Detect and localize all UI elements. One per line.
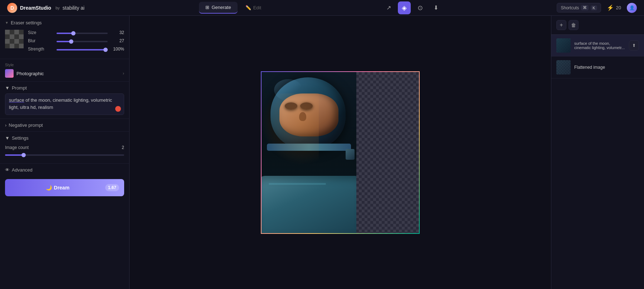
checker-cell xyxy=(14,34,19,39)
checker-cell xyxy=(10,34,14,39)
suit-collar xyxy=(262,176,356,233)
settings-header[interactable]: ▼ Settings xyxy=(5,135,124,141)
add-layer-btn[interactable]: + xyxy=(556,20,566,30)
right-panel-header: + 🗑 xyxy=(551,16,644,35)
style-section-label: Style xyxy=(5,63,124,67)
blur-label: Blur xyxy=(28,38,53,43)
sidebar-tabs-top: ⊞ Generate ✏️ Edit xyxy=(199,2,268,14)
size-slider-row: Size 32 xyxy=(28,30,124,35)
user-avatar[interactable]: 👤 xyxy=(627,3,637,13)
face-area xyxy=(279,93,338,136)
prompt-record-btn[interactable] xyxy=(115,106,121,112)
nose xyxy=(299,112,306,121)
settings-title: Settings xyxy=(12,135,29,141)
dream-button[interactable]: 🌙 Dream 1.67 xyxy=(5,179,124,196)
style-icon xyxy=(5,69,14,78)
checker-cell xyxy=(19,44,24,48)
eraser-settings-section: ▼ Eraser settings Size 32 xyxy=(0,16,129,59)
layer-thumb-img-1 xyxy=(556,38,571,53)
prompt-section: ▼ Prompt surface of the moon, cinematic … xyxy=(0,82,129,119)
style-left: Photographic xyxy=(5,69,44,78)
cursor-tool-btn[interactable]: ↗ xyxy=(382,1,395,14)
delete-layer-btn[interactable]: 🗑 xyxy=(569,20,579,30)
checker-cell xyxy=(14,39,19,44)
topbar-right: Shortcuts ⌘ K ⚡ 20 👤 xyxy=(557,3,637,13)
layer-item-2[interactable]: Flattened image xyxy=(551,57,644,78)
prompt-header[interactable]: ▼ Prompt xyxy=(5,85,124,91)
checker-cell xyxy=(5,44,10,48)
prompt-underline-word: surface xyxy=(9,97,24,103)
size-slider[interactable] xyxy=(57,33,108,34)
credits-area: ⚡ 20 xyxy=(607,4,621,11)
canvas-image[interactable] xyxy=(262,72,419,233)
app-brand: stability ai xyxy=(63,5,84,11)
layer-item-1[interactable]: surface of the moon, cinematic lighting,… xyxy=(551,35,644,57)
advanced-section[interactable]: 👁 Advanced xyxy=(0,164,129,176)
tab-generate[interactable]: ⊞ Generate xyxy=(199,2,237,14)
style-chevron-icon: › xyxy=(123,71,124,76)
size-value: 32 xyxy=(111,30,124,35)
paint-tool-btn[interactable]: ◈ xyxy=(398,1,411,14)
right-panel: + 🗑 surface of the moon, cinematic light… xyxy=(551,16,644,289)
helmet-ridge xyxy=(267,144,351,151)
checker-cell xyxy=(19,39,24,44)
style-section: Style Photographic › xyxy=(0,59,129,82)
toolbar-center: ↗ ◈ ⊙ ⬇ xyxy=(382,1,442,14)
layer-thumb-img-2 xyxy=(556,60,571,74)
size-slider-wrap xyxy=(57,30,108,35)
shortcuts-button[interactable]: Shortcuts ⌘ K xyxy=(557,3,601,13)
eraser-preview xyxy=(5,30,24,48)
style-selector[interactable]: Photographic › xyxy=(5,69,124,78)
dream-cost: 1.67 xyxy=(105,184,119,191)
main-layout: ▼ Eraser settings Size 32 xyxy=(0,16,644,289)
eraser-settings-header[interactable]: ▼ Eraser settings xyxy=(5,20,124,25)
prompt-textbox[interactable]: surface of the moon, cinematic lighting,… xyxy=(5,93,124,115)
advanced-eye-icon: 👁 xyxy=(5,167,10,173)
strength-slider[interactable] xyxy=(57,49,108,50)
kbd-key: K xyxy=(591,5,597,10)
checker-cell xyxy=(5,30,10,34)
download-tool-btn[interactable]: ⬇ xyxy=(429,1,442,14)
edit-icon: ✏️ xyxy=(245,5,251,10)
strength-slider-wrap xyxy=(57,46,108,52)
canvas-wrapper xyxy=(261,71,420,234)
layer-thumb-1 xyxy=(556,38,571,53)
topbar: D DreamStudio by stability ai ⊞ Generate… xyxy=(0,0,644,16)
tab-edit[interactable]: ✏️ Edit xyxy=(239,2,268,13)
kbd-modifier: ⌘ xyxy=(581,5,589,10)
eraser-controls: Size 32 Blur 27 Strength xyxy=(5,30,124,54)
image-count-slider[interactable] xyxy=(5,154,124,156)
credits-value: 20 xyxy=(616,5,621,10)
image-count-value: 2 xyxy=(122,145,124,150)
blur-slider[interactable] xyxy=(57,41,108,42)
prompt-rest: of the moon, cinematic lighting, volumet… xyxy=(9,97,112,110)
advanced-label: Advanced xyxy=(12,167,33,173)
negative-prompt-section[interactable]: › Negative prompt xyxy=(0,119,129,132)
dream-moon-icon: 🌙 xyxy=(46,185,52,191)
layer-name-2: Flattened image xyxy=(574,65,639,70)
side-device xyxy=(346,149,355,160)
layer-upload-btn-1[interactable]: ⬆ xyxy=(629,40,639,50)
layer-name-1: surface of the moon, cinematic lighting,… xyxy=(574,41,625,50)
eye-left xyxy=(285,102,297,110)
logo-area: D DreamStudio by stability ai xyxy=(7,3,84,13)
strength-label: Strength xyxy=(28,47,53,52)
checker-cell xyxy=(10,39,14,44)
checker-cell xyxy=(14,44,19,48)
size-label: Size xyxy=(28,30,53,35)
checker-cell xyxy=(10,44,14,48)
shortcuts-label: Shortcuts xyxy=(561,5,579,10)
checker-cell xyxy=(5,34,10,39)
settings-chevron-icon: ▼ xyxy=(5,135,10,141)
image-count-label-row: Image count 2 xyxy=(5,145,124,150)
blur-slider-row: Blur 27 xyxy=(28,38,124,43)
neg-prompt-chevron-icon: › xyxy=(5,122,6,128)
prompt-label: Prompt xyxy=(12,85,27,91)
strength-slider-row: Strength 100% xyxy=(28,46,124,52)
settings-section: ▼ Settings Image count 2 xyxy=(0,132,129,164)
canvas-area xyxy=(130,16,551,289)
camera-tool-btn[interactable]: ⊙ xyxy=(414,1,426,14)
checker-cell xyxy=(5,39,10,44)
dream-btn-center: 🌙 Dream xyxy=(46,185,70,191)
checker-cell xyxy=(10,30,14,34)
